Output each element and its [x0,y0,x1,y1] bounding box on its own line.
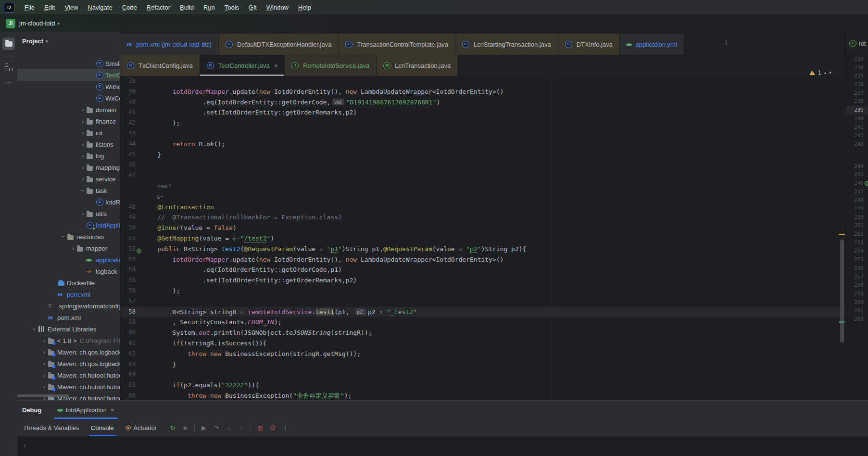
code-vision-icon-row[interactable]: ⊡▾ [120,191,845,202]
tree-chevron-icon[interactable]: › [61,233,66,241]
close-icon[interactable]: × [274,62,278,69]
code-line-44[interactable]: 44 return R.ok(); [120,139,845,150]
tree-item-mapping[interactable]: ›mapping [17,162,120,173]
more-icon[interactable]: ⋮ [280,422,290,433]
code-line-65[interactable]: 65 if(p2.equals("22222")){ [120,380,845,391]
tab-lcntransaction.java[interactable]: @LcnTransaction.java [377,55,458,76]
code-line-59[interactable]: 59 , SecurityConstants.FROM_IN); [120,317,845,328]
tree-item-resources[interactable]: ›resources [17,231,120,242]
tree-item-pom.xml[interactable]: mpom.xml [17,289,120,300]
project-avatar[interactable]: JI [6,19,15,28]
menu-item-help[interactable]: Help [294,2,315,13]
tree-item-wxcontro[interactable]: CWxContro [17,92,120,104]
tree-chevron-icon[interactable]: › [80,187,86,194]
tree-chevron-icon[interactable]: › [79,118,87,124]
inspections-widget[interactable]: 1 ▴ ▾ [809,69,831,76]
tree-item-pom.xml[interactable]: mpom.xml [17,312,120,323]
tree-item-listens[interactable]: ›listens [17,139,120,150]
rerun-icon[interactable]: ↻ [167,422,178,433]
error-stripe-warning-mark[interactable] [839,234,845,235]
tree-item-domain[interactable]: ›domain [17,104,120,115]
tree-chevron-icon[interactable]: › [79,141,87,147]
debug-tab-console[interactable]: Console [85,419,120,436]
step-out-icon[interactable]: ↑ [236,422,247,433]
code-line-66[interactable]: 66 throw new BusinessException("业务自定义异常"… [120,391,845,400]
menu-item-view[interactable]: View [60,2,82,13]
tree-item-iotdrestt[interactable]: CIotdRestT [17,196,120,208]
tree-item-.springjavaformatconfig[interactable]: ≡.springjavaformatconfig [17,300,120,312]
tree-chevron-icon[interactable]: › [40,372,48,378]
project-folder-button[interactable] [2,38,15,50]
error-stripe-caret-mark[interactable] [839,321,845,323]
tree-item-withdraw[interactable]: CWithdraw [17,81,120,92]
code-vision-provider-icon[interactable]: ⊡ [157,194,160,200]
tree-item-iotdapplicatio[interactable]: C▶IotdApplicatio [17,219,120,231]
tree-item-application.yml[interactable]: application.yml [17,254,120,266]
tree-item-maven-cn.hutool-hutool-cor[interactable]: ›Maven: cn.hutool:hutool-cor [17,381,120,393]
code-line-52[interactable]: 52 public R<String> test2(@RequestParam(… [120,244,845,254]
tree-horizontal-scrollbar[interactable] [17,394,69,397]
tree-item-maven-ch.qos.logback-logb[interactable]: ›Maven: ch.qos.logback:logb [17,358,120,369]
right-split-tab[interactable]: I Iot [845,32,868,55]
rest-endpoint-icon[interactable] [865,181,868,186]
menu-item-file[interactable]: File [20,2,39,13]
code-line-40[interactable]: 40 .eq(IotdOrderEntity::getOrderCode,val… [120,97,845,108]
tab-remoteiotdservice.java[interactable]: IRemoteIotdService.java [285,55,377,76]
code-line-42[interactable]: 42 ); [120,118,845,128]
close-icon[interactable]: × [111,406,114,414]
code-line-56[interactable]: 56 ); [120,286,845,296]
tree-item-smspacka[interactable]: CSmsPacka [17,58,120,69]
menu-item-window[interactable]: Window [262,2,293,13]
debug-tab-actuator[interactable]: Actuator [120,419,163,436]
code-line-46[interactable]: 46 [120,160,845,170]
code-line-61[interactable]: 61 if(!stringR.isSuccess()){ [120,338,845,349]
tree-item-testcontr[interactable]: CTestContr [17,69,120,81]
tree-item-log[interactable]: ›log [17,150,120,162]
menu-item-edit[interactable]: Edit [40,2,59,13]
prev-problem-icon[interactable]: ▴ [824,70,827,75]
tree-item-external-libraries[interactable]: ›External Libraries [17,323,120,335]
tree-item-dockerfile[interactable]: Dockerfile [17,277,120,289]
code-line-45[interactable]: 45 } [120,150,845,160]
tree-chevron-icon[interactable]: › [79,176,87,182]
tab-lcnstartingtransaction.java[interactable]: CLcnStartingTransaction.java [455,34,558,55]
project-selector[interactable]: jm-cloud-iotd [19,20,55,27]
code-line-43[interactable]: 43 [120,128,845,139]
menu-item-tools[interactable]: Tools [220,2,243,13]
console-output[interactable]: ↑ [17,436,868,456]
tab-pom.xml-jm-cloud-iotd-biz-[interactable]: mpom.xml (jm-cloud-iotd-biz) [120,34,219,55]
code-line-58[interactable]: 58 R<String> stringR = remoteIotdService… [120,307,845,317]
tree-chevron-icon[interactable]: › [79,165,87,170]
debug-tab-threads-variables[interactable]: Threads & Variables [17,419,85,436]
tree-item-logback-spring.x[interactable]: </>logback-spring.x [17,266,120,277]
code-line-55[interactable]: 55 .set(IotdOrderEntity::getOrderRemarks… [120,275,845,286]
menu-item-code[interactable]: Code [118,2,141,13]
code-editor[interactable]: 3839 iotdOrderMapper.update(new IotdOrde… [120,76,845,400]
tree-item-iot[interactable]: ›iot [17,127,120,139]
mute-breakpoints-icon[interactable]: ∅ [267,422,278,433]
code-line-53[interactable]: 53 iotdOrderMapper.update(new IotdOrderE… [120,254,845,265]
menu-item-refactor[interactable]: Refactor [142,2,175,13]
step-into-icon[interactable]: ↓ [224,422,234,433]
view-breakpoints-icon[interactable]: ◎ [255,422,265,433]
structure-button[interactable] [2,61,15,74]
menu-item-git[interactable]: Git [244,2,261,13]
code-line-50[interactable]: 50 @Inner(value = false) [120,223,845,233]
project-panel-header[interactable]: Project ▾ [17,32,120,51]
resume-icon[interactable]: ▶ [199,422,209,433]
tree-chevron-icon[interactable]: › [79,211,87,216]
tree-item-finance[interactable]: ›finance [17,115,120,127]
tree-chevron-icon[interactable]: › [40,361,48,367]
tree-chevron-icon[interactable]: › [40,384,48,390]
tree-item-task[interactable]: ›task [17,185,120,196]
tree-chevron-icon[interactable]: › [40,349,48,355]
code-line-57[interactable]: 57 [120,296,845,307]
code-line-48[interactable]: 48 @LcnTransaction [120,202,845,213]
code-line-62[interactable]: 62 throw new BusinessException(stringR.g… [120,349,845,359]
menu-item-build[interactable]: Build [176,2,198,13]
tree-item-service[interactable]: ›service [17,173,120,185]
debug-session-tab[interactable]: IotdApplication × [54,401,118,419]
right-split-editor-gutter[interactable]: 2332342352362372382392402412422432442452… [845,55,868,400]
tree-chevron-icon[interactable]: › [32,325,38,333]
code-line-47[interactable]: 47 [120,170,845,181]
